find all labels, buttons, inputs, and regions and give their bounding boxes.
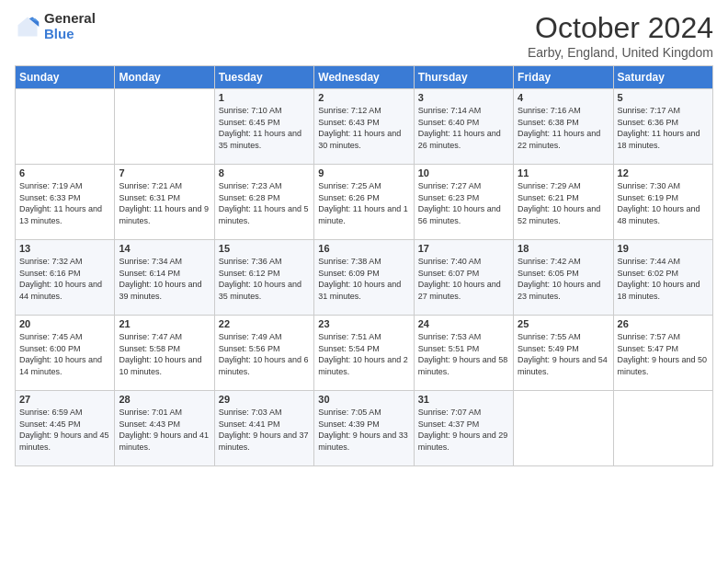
calendar-week-1: 1 Sunrise: 7:10 AM Sunset: 6:45 PM Dayli… — [16, 89, 713, 165]
daylight-text: Daylight: 9 hours and 58 minutes. — [418, 354, 509, 377]
calendar-cell: 26 Sunrise: 7:57 AM Sunset: 5:47 PM Dayl… — [613, 316, 712, 391]
col-tuesday: Tuesday — [214, 66, 313, 89]
day-number: 20 — [19, 318, 110, 329]
day-number: 30 — [318, 394, 409, 405]
calendar-cell — [115, 89, 214, 165]
calendar-cell: 30 Sunrise: 7:05 AM Sunset: 4:39 PM Dayl… — [314, 391, 414, 466]
day-number: 17 — [418, 243, 509, 254]
daylight-text: Daylight: 10 hours and 44 minutes. — [19, 279, 110, 302]
calendar-cell: 24 Sunrise: 7:53 AM Sunset: 5:51 PM Dayl… — [414, 316, 513, 391]
sunset-text: Sunset: 6:07 PM — [418, 268, 509, 280]
day-number: 18 — [518, 243, 609, 254]
sunrise-text: Sunrise: 7:45 AM — [19, 331, 110, 343]
col-wednesday: Wednesday — [314, 66, 414, 89]
calendar-cell: 23 Sunrise: 7:51 AM Sunset: 5:54 PM Dayl… — [314, 316, 414, 391]
sunset-text: Sunset: 6:23 PM — [418, 192, 509, 204]
daylight-text: Daylight: 9 hours and 33 minutes. — [318, 430, 409, 453]
sunset-text: Sunset: 6:38 PM — [518, 117, 609, 129]
cell-content: Sunrise: 7:29 AM Sunset: 6:21 PM Dayligh… — [518, 180, 609, 226]
sunrise-text: Sunrise: 7:47 AM — [119, 331, 210, 343]
sunset-text: Sunset: 5:54 PM — [318, 343, 409, 355]
sunrise-text: Sunrise: 7:27 AM — [418, 180, 509, 192]
daylight-text: Daylight: 10 hours and 27 minutes. — [418, 279, 509, 302]
day-number: 22 — [219, 318, 310, 329]
day-number: 2 — [318, 92, 409, 103]
daylight-text: Daylight: 10 hours and 6 minutes. — [219, 354, 310, 377]
calendar-cell: 27 Sunrise: 6:59 AM Sunset: 4:45 PM Dayl… — [16, 391, 115, 466]
sunset-text: Sunset: 4:43 PM — [119, 419, 210, 431]
cell-content: Sunrise: 7:30 AM Sunset: 6:19 PM Dayligh… — [618, 180, 709, 226]
daylight-text: Daylight: 11 hours and 22 minutes. — [518, 128, 609, 151]
calendar-table: Sunday Monday Tuesday Wednesday Thursday… — [15, 65, 713, 466]
cell-content: Sunrise: 7:47 AM Sunset: 5:58 PM Dayligh… — [119, 331, 210, 377]
sunrise-text: Sunrise: 7:34 AM — [119, 256, 210, 268]
sunrise-text: Sunrise: 7:17 AM — [618, 105, 709, 117]
daylight-text: Daylight: 9 hours and 41 minutes. — [119, 430, 210, 453]
day-number: 13 — [19, 243, 110, 254]
day-number: 4 — [518, 92, 609, 103]
cell-content: Sunrise: 7:03 AM Sunset: 4:41 PM Dayligh… — [219, 407, 310, 453]
sunrise-text: Sunrise: 6:59 AM — [19, 407, 110, 419]
day-number: 26 — [618, 318, 709, 329]
calendar-cell: 17 Sunrise: 7:40 AM Sunset: 6:07 PM Dayl… — [414, 240, 513, 316]
sunset-text: Sunset: 5:49 PM — [518, 343, 609, 355]
daylight-text: Daylight: 11 hours and 35 minutes. — [219, 128, 310, 151]
calendar-cell: 6 Sunrise: 7:19 AM Sunset: 6:33 PM Dayli… — [16, 165, 115, 240]
sunset-text: Sunset: 6:40 PM — [418, 117, 509, 129]
sunrise-text: Sunrise: 7:30 AM — [618, 180, 709, 192]
calendar-header-row: Sunday Monday Tuesday Wednesday Thursday… — [16, 66, 713, 89]
calendar-cell: 28 Sunrise: 7:01 AM Sunset: 4:43 PM Dayl… — [115, 391, 214, 466]
calendar-week-3: 13 Sunrise: 7:32 AM Sunset: 6:16 PM Dayl… — [16, 240, 713, 316]
sunrise-text: Sunrise: 7:16 AM — [518, 105, 609, 117]
cell-content: Sunrise: 7:01 AM Sunset: 4:43 PM Dayligh… — [119, 407, 210, 453]
daylight-text: Daylight: 11 hours and 30 minutes. — [318, 128, 409, 151]
sunrise-text: Sunrise: 7:29 AM — [518, 180, 609, 192]
calendar-cell: 1 Sunrise: 7:10 AM Sunset: 6:45 PM Dayli… — [214, 89, 313, 165]
sunrise-text: Sunrise: 7:07 AM — [418, 407, 509, 419]
sunrise-text: Sunrise: 7:40 AM — [418, 256, 509, 268]
calendar-cell: 11 Sunrise: 7:29 AM Sunset: 6:21 PM Dayl… — [514, 165, 613, 240]
day-number: 19 — [618, 243, 709, 254]
logo-icon — [15, 14, 40, 40]
calendar-week-5: 27 Sunrise: 6:59 AM Sunset: 4:45 PM Dayl… — [16, 391, 713, 466]
sunset-text: Sunset: 6:00 PM — [19, 343, 110, 355]
calendar-cell: 22 Sunrise: 7:49 AM Sunset: 5:56 PM Dayl… — [214, 316, 313, 391]
calendar-cell: 16 Sunrise: 7:38 AM Sunset: 6:09 PM Dayl… — [314, 240, 414, 316]
day-number: 15 — [219, 243, 310, 254]
sunrise-text: Sunrise: 7:51 AM — [318, 331, 409, 343]
daylight-text: Daylight: 10 hours and 31 minutes. — [318, 279, 409, 302]
day-number: 16 — [318, 243, 409, 254]
daylight-text: Daylight: 10 hours and 39 minutes. — [119, 279, 210, 302]
col-saturday: Saturday — [613, 66, 712, 89]
day-number: 12 — [618, 167, 709, 178]
day-number: 7 — [119, 167, 210, 178]
calendar-cell: 25 Sunrise: 7:55 AM Sunset: 5:49 PM Dayl… — [514, 316, 613, 391]
sunrise-text: Sunrise: 7:23 AM — [219, 180, 310, 192]
calendar-week-4: 20 Sunrise: 7:45 AM Sunset: 6:00 PM Dayl… — [16, 316, 713, 391]
day-number: 28 — [119, 394, 210, 405]
calendar-cell: 5 Sunrise: 7:17 AM Sunset: 6:36 PM Dayli… — [613, 89, 712, 165]
calendar-cell: 3 Sunrise: 7:14 AM Sunset: 6:40 PM Dayli… — [414, 89, 513, 165]
cell-content: Sunrise: 7:36 AM Sunset: 6:12 PM Dayligh… — [219, 256, 310, 302]
month-title: October 2024 — [528, 11, 713, 45]
sunrise-text: Sunrise: 7:25 AM — [318, 180, 409, 192]
cell-content: Sunrise: 7:16 AM Sunset: 6:38 PM Dayligh… — [518, 105, 609, 151]
day-number: 21 — [119, 318, 210, 329]
location: Earby, England, United Kingdom — [528, 45, 713, 60]
daylight-text: Daylight: 11 hours and 9 minutes. — [119, 203, 210, 226]
day-number: 3 — [418, 92, 509, 103]
cell-content: Sunrise: 6:59 AM Sunset: 4:45 PM Dayligh… — [19, 407, 110, 453]
logo-text: General Blue — [44, 11, 96, 41]
cell-content: Sunrise: 7:05 AM Sunset: 4:39 PM Dayligh… — [318, 407, 409, 453]
daylight-text: Daylight: 10 hours and 35 minutes. — [219, 279, 310, 302]
day-number: 8 — [219, 167, 310, 178]
col-friday: Friday — [514, 66, 613, 89]
logo-blue: Blue — [44, 26, 74, 41]
cell-content: Sunrise: 7:12 AM Sunset: 6:43 PM Dayligh… — [318, 105, 409, 151]
cell-content: Sunrise: 7:27 AM Sunset: 6:23 PM Dayligh… — [418, 180, 509, 226]
sunrise-text: Sunrise: 7:10 AM — [219, 105, 310, 117]
daylight-text: Daylight: 10 hours and 56 minutes. — [418, 203, 509, 226]
cell-content: Sunrise: 7:49 AM Sunset: 5:56 PM Dayligh… — [219, 331, 310, 377]
calendar-cell: 21 Sunrise: 7:47 AM Sunset: 5:58 PM Dayl… — [115, 316, 214, 391]
calendar-cell: 12 Sunrise: 7:30 AM Sunset: 6:19 PM Dayl… — [613, 165, 712, 240]
